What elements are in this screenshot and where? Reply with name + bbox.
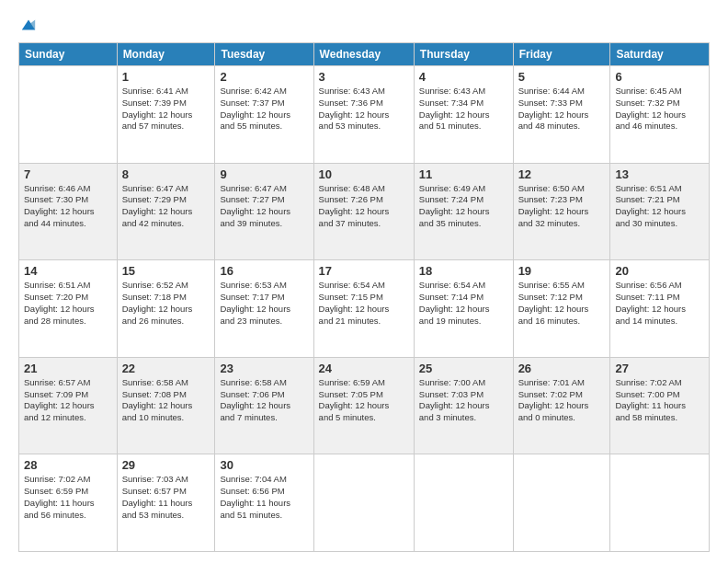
calendar-cell	[414, 454, 513, 552]
day-info: Sunrise: 6:52 AM Sunset: 7:18 PM Dayligh…	[122, 280, 210, 327]
day-number: 10	[319, 167, 409, 181]
day-number: 20	[615, 264, 704, 278]
day-number: 9	[220, 167, 308, 181]
day-info: Sunrise: 6:51 AM Sunset: 7:20 PM Dayligh…	[24, 280, 112, 327]
day-info: Sunrise: 6:50 AM Sunset: 7:23 PM Dayligh…	[518, 183, 606, 230]
day-number: 12	[518, 167, 606, 181]
calendar-cell: 4Sunrise: 6:43 AM Sunset: 7:34 PM Daylig…	[414, 66, 513, 164]
header-saturday: Saturday	[610, 43, 710, 66]
calendar-cell: 2Sunrise: 6:42 AM Sunset: 7:37 PM Daylig…	[215, 66, 313, 164]
day-info: Sunrise: 6:59 AM Sunset: 7:05 PM Dayligh…	[319, 377, 409, 424]
calendar-cell: 14Sunrise: 6:51 AM Sunset: 7:20 PM Dayli…	[19, 260, 118, 358]
day-number: 2	[220, 70, 308, 84]
logo-icon	[20, 17, 37, 33]
day-number: 23	[220, 362, 308, 375]
calendar-cell	[313, 454, 414, 552]
calendar-cell: 23Sunrise: 6:58 AM Sunset: 7:06 PM Dayli…	[215, 357, 313, 454]
day-info: Sunrise: 7:02 AM Sunset: 6:59 PM Dayligh…	[24, 474, 112, 521]
header	[18, 17, 710, 33]
day-number: 21	[24, 362, 112, 375]
day-info: Sunrise: 6:55 AM Sunset: 7:12 PM Dayligh…	[518, 280, 606, 327]
calendar-cell	[19, 66, 118, 164]
calendar-cell: 13Sunrise: 6:51 AM Sunset: 7:21 PM Dayli…	[610, 163, 710, 260]
day-number: 30	[220, 458, 308, 472]
calendar-cell: 21Sunrise: 6:57 AM Sunset: 7:09 PM Dayli…	[19, 357, 118, 454]
day-info: Sunrise: 6:46 AM Sunset: 7:30 PM Dayligh…	[24, 183, 112, 230]
header-monday: Monday	[117, 43, 215, 66]
calendar-cell: 1Sunrise: 6:41 AM Sunset: 7:39 PM Daylig…	[117, 66, 215, 164]
day-number: 3	[319, 70, 409, 84]
header-sunday: Sunday	[19, 43, 118, 66]
day-info: Sunrise: 6:58 AM Sunset: 7:06 PM Dayligh…	[220, 377, 308, 424]
day-number: 11	[419, 167, 508, 181]
day-info: Sunrise: 6:45 AM Sunset: 7:32 PM Dayligh…	[615, 86, 704, 132]
weekday-header-row: Sunday Monday Tuesday Wednesday Thursday…	[19, 43, 710, 66]
week-row-4: 21Sunrise: 6:57 AM Sunset: 7:09 PM Dayli…	[19, 357, 710, 454]
day-info: Sunrise: 6:47 AM Sunset: 7:27 PM Dayligh…	[220, 183, 308, 230]
day-info: Sunrise: 6:54 AM Sunset: 7:14 PM Dayligh…	[419, 280, 508, 327]
calendar-cell: 3Sunrise: 6:43 AM Sunset: 7:36 PM Daylig…	[313, 66, 414, 164]
calendar-cell: 17Sunrise: 6:54 AM Sunset: 7:15 PM Dayli…	[313, 260, 414, 358]
day-number: 14	[24, 264, 112, 278]
day-info: Sunrise: 6:51 AM Sunset: 7:21 PM Dayligh…	[615, 183, 704, 230]
calendar-cell: 20Sunrise: 6:56 AM Sunset: 7:11 PM Dayli…	[610, 260, 710, 358]
week-row-3: 14Sunrise: 6:51 AM Sunset: 7:20 PM Dayli…	[19, 260, 710, 358]
day-info: Sunrise: 6:58 AM Sunset: 7:08 PM Dayligh…	[122, 377, 210, 424]
day-number: 4	[419, 70, 508, 84]
day-info: Sunrise: 6:53 AM Sunset: 7:17 PM Dayligh…	[220, 280, 308, 327]
day-number: 13	[615, 167, 704, 181]
day-info: Sunrise: 6:49 AM Sunset: 7:24 PM Dayligh…	[419, 183, 508, 230]
day-number: 8	[122, 167, 210, 181]
calendar: Sunday Monday Tuesday Wednesday Thursday…	[18, 42, 710, 552]
calendar-cell: 6Sunrise: 6:45 AM Sunset: 7:32 PM Daylig…	[610, 66, 710, 164]
week-row-1: 1Sunrise: 6:41 AM Sunset: 7:39 PM Daylig…	[19, 66, 710, 164]
day-info: Sunrise: 7:02 AM Sunset: 7:00 PM Dayligh…	[615, 377, 704, 424]
day-info: Sunrise: 6:56 AM Sunset: 7:11 PM Dayligh…	[615, 280, 704, 327]
day-info: Sunrise: 7:00 AM Sunset: 7:03 PM Dayligh…	[419, 377, 508, 424]
day-info: Sunrise: 6:57 AM Sunset: 7:09 PM Dayligh…	[24, 377, 112, 424]
day-info: Sunrise: 6:42 AM Sunset: 7:37 PM Dayligh…	[220, 86, 308, 132]
day-number: 26	[518, 362, 606, 375]
header-wednesday: Wednesday	[313, 43, 414, 66]
header-thursday: Thursday	[414, 43, 513, 66]
calendar-cell	[513, 454, 610, 552]
day-number: 7	[24, 167, 112, 181]
week-row-2: 7Sunrise: 6:46 AM Sunset: 7:30 PM Daylig…	[19, 163, 710, 260]
calendar-cell: 28Sunrise: 7:02 AM Sunset: 6:59 PM Dayli…	[19, 454, 118, 552]
day-info: Sunrise: 7:01 AM Sunset: 7:02 PM Dayligh…	[518, 377, 606, 424]
calendar-cell: 16Sunrise: 6:53 AM Sunset: 7:17 PM Dayli…	[215, 260, 313, 358]
calendar-cell: 15Sunrise: 6:52 AM Sunset: 7:18 PM Dayli…	[117, 260, 215, 358]
day-info: Sunrise: 6:41 AM Sunset: 7:39 PM Dayligh…	[122, 86, 210, 132]
calendar-cell: 29Sunrise: 7:03 AM Sunset: 6:57 PM Dayli…	[117, 454, 215, 552]
calendar-cell	[610, 454, 710, 552]
day-info: Sunrise: 6:43 AM Sunset: 7:36 PM Dayligh…	[319, 86, 409, 132]
week-row-5: 28Sunrise: 7:02 AM Sunset: 6:59 PM Dayli…	[19, 454, 710, 552]
calendar-cell: 25Sunrise: 7:00 AM Sunset: 7:03 PM Dayli…	[414, 357, 513, 454]
calendar-cell: 27Sunrise: 7:02 AM Sunset: 7:00 PM Dayli…	[610, 357, 710, 454]
calendar-cell: 11Sunrise: 6:49 AM Sunset: 7:24 PM Dayli…	[414, 163, 513, 260]
calendar-cell: 24Sunrise: 6:59 AM Sunset: 7:05 PM Dayli…	[313, 357, 414, 454]
day-number: 28	[24, 458, 112, 472]
day-number: 27	[615, 362, 704, 375]
day-number: 16	[220, 264, 308, 278]
day-info: Sunrise: 6:44 AM Sunset: 7:33 PM Dayligh…	[518, 86, 606, 132]
calendar-cell: 26Sunrise: 7:01 AM Sunset: 7:02 PM Dayli…	[513, 357, 610, 454]
calendar-cell: 7Sunrise: 6:46 AM Sunset: 7:30 PM Daylig…	[19, 163, 118, 260]
day-info: Sunrise: 6:54 AM Sunset: 7:15 PM Dayligh…	[319, 280, 409, 327]
day-info: Sunrise: 7:03 AM Sunset: 6:57 PM Dayligh…	[122, 474, 210, 521]
day-number: 18	[419, 264, 508, 278]
calendar-cell: 8Sunrise: 6:47 AM Sunset: 7:29 PM Daylig…	[117, 163, 215, 260]
calendar-cell: 30Sunrise: 7:04 AM Sunset: 6:56 PM Dayli…	[215, 454, 313, 552]
day-number: 5	[518, 70, 606, 84]
page: Sunday Monday Tuesday Wednesday Thursday…	[0, 0, 728, 563]
day-info: Sunrise: 7:04 AM Sunset: 6:56 PM Dayligh…	[220, 474, 308, 521]
day-number: 6	[615, 70, 704, 84]
header-tuesday: Tuesday	[215, 43, 313, 66]
day-number: 24	[319, 362, 409, 375]
logo	[18, 17, 37, 33]
header-friday: Friday	[513, 43, 610, 66]
calendar-cell: 10Sunrise: 6:48 AM Sunset: 7:26 PM Dayli…	[313, 163, 414, 260]
day-number: 1	[122, 70, 210, 84]
calendar-cell: 22Sunrise: 6:58 AM Sunset: 7:08 PM Dayli…	[117, 357, 215, 454]
calendar-cell: 9Sunrise: 6:47 AM Sunset: 7:27 PM Daylig…	[215, 163, 313, 260]
